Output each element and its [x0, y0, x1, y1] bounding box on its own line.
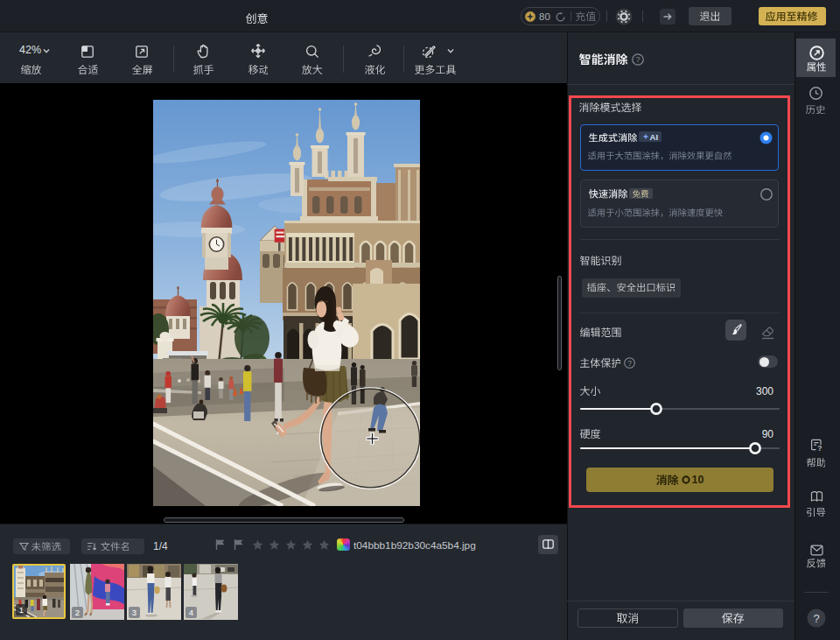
svg-text:?: ? — [635, 55, 640, 64]
svg-text:?: ? — [813, 612, 819, 625]
svg-text:?: ? — [817, 444, 822, 452]
